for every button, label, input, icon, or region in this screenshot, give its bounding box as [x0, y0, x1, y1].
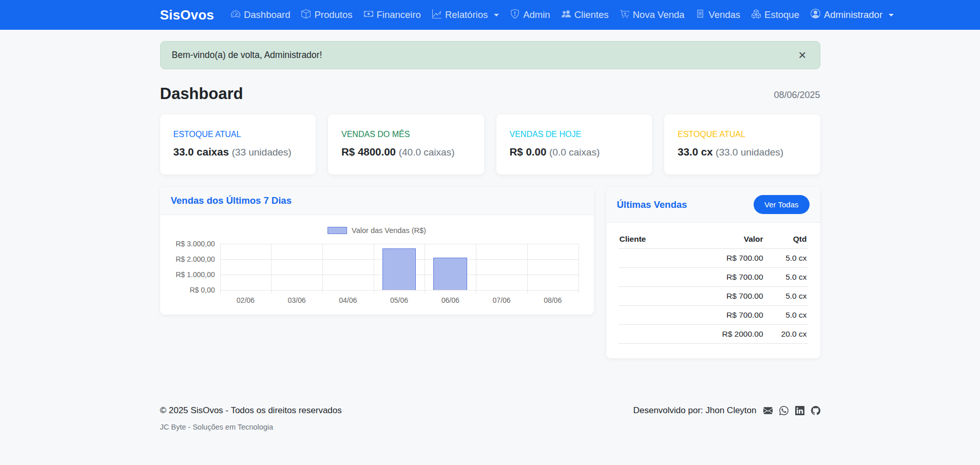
cell-cliente: [619, 268, 695, 287]
x-axis-tick-label: 07/06: [476, 296, 527, 304]
cart-icon: [620, 9, 629, 21]
table-row: R$ 700.00 5.0 cx: [619, 306, 808, 325]
cell-valor: R$ 2000.00: [694, 325, 764, 344]
card-value-main: 33.0 caixas: [174, 146, 229, 158]
y-axis-tick-label: R$ 0,00: [189, 286, 215, 294]
nav-links: Dashboard Produtos Financeiro Relatórios…: [225, 6, 805, 24]
table-row: R$ 700.00 5.0 cx: [619, 268, 808, 287]
cell-qtd: 5.0 cx: [764, 306, 808, 325]
card-vendas-hoje: VENDAS DE HOJE R$ 0.00 (0.0 caixas): [496, 114, 652, 175]
chart-gridline-v: [322, 244, 323, 294]
page-date: 08/06/2025: [774, 90, 820, 103]
nav-item-clientes[interactable]: Clientes: [556, 6, 614, 24]
recent-sales-header: Últimas Vendas Ver Todas: [606, 187, 820, 223]
nav-item-label: Nova Venda: [633, 9, 685, 21]
speedometer-icon: [231, 9, 240, 21]
welcome-alert-message: Bem-vindo(a) de volta, Administrador!: [172, 50, 322, 61]
recent-sales-body: Cliente Valor Qtd R$ 700.00 5.0 cx: [606, 223, 820, 358]
title-row: Dashboard 08/06/2025: [160, 85, 820, 103]
user-menu[interactable]: Administrador: [805, 6, 899, 24]
card-value-main: R$ 0.00: [510, 146, 547, 158]
card-vendas-mes: VENDAS DO MÊS R$ 4800.00 (40.0 caixas): [328, 114, 484, 175]
github-icon[interactable]: [811, 406, 820, 415]
card-value-detail: (33.0 unidades): [716, 147, 783, 158]
x-axis-tick-label: 08/06: [527, 296, 579, 304]
card-estoque-atual: ESTOQUE ATUAL 33.0 caixas (33 unidades): [160, 114, 316, 175]
cell-qtd: 5.0 cx: [764, 268, 808, 287]
nav-item-vendas[interactable]: Vendas: [690, 6, 746, 24]
cell-cliente: [619, 249, 695, 268]
card-estoque-cx: ESTOQUE ATUAL 33.0 cx (33.0 unidades): [664, 114, 820, 175]
close-icon[interactable]: ×: [796, 50, 808, 61]
cell-valor: R$ 700.00: [694, 306, 764, 325]
footer-copyright: © 2025 SisOvos - Todos os direitos reser…: [160, 405, 342, 416]
linkedin-icon[interactable]: [795, 406, 804, 415]
cell-valor: R$ 700.00: [694, 249, 764, 268]
x-axis-tick-label: 06/06: [425, 296, 476, 304]
sales-chart-panel: Vendas dos Últimos 7 Dias Valor das Vend…: [160, 187, 594, 315]
card-value-main: R$ 4800.00: [341, 146, 396, 158]
nav-item-label: Dashboard: [244, 9, 291, 21]
cell-valor: R$ 700.00: [694, 287, 764, 306]
chart-gridline-v: [374, 244, 374, 294]
card-value-detail: (0.0 caixas): [549, 147, 600, 158]
receipt-icon: [696, 9, 705, 21]
nav-item-label: Vendas: [708, 9, 740, 21]
nav-item-relatorios[interactable]: Relatórios: [427, 6, 505, 24]
chevron-down-icon: [494, 14, 499, 16]
nav-item-dashboard[interactable]: Dashboard: [225, 6, 296, 24]
chart-panel-header: Vendas dos Últimos 7 Dias: [160, 187, 594, 215]
chart-x-axis: 02/0603/0604/0605/0606/0607/0608/06: [220, 290, 579, 312]
ver-todas-button[interactable]: Ver Todas: [754, 195, 809, 214]
chart-gridline-v: [476, 244, 476, 294]
chart-gridline-v: [425, 244, 425, 294]
card-label: VENDAS DO MÊS: [341, 130, 471, 139]
sales-chart-plot: R$ 3.000,00R$ 2.000,00R$ 1.000,00R$ 0,00: [220, 244, 579, 290]
whatsapp-icon[interactable]: [779, 406, 789, 415]
chart-gridline-v: [579, 244, 579, 294]
card-label: ESTOQUE ATUAL: [174, 130, 303, 139]
table-header-row: Cliente Valor Qtd: [619, 230, 808, 249]
card-value: R$ 0.00 (0.0 caixas): [510, 146, 639, 158]
graph-icon: [432, 9, 441, 21]
footer-right: Desenvolvido por: Jhon Cleyton: [633, 405, 820, 416]
nav-item-financeiro[interactable]: Financeiro: [358, 6, 427, 24]
card-value-detail: (33 unidades): [232, 147, 292, 158]
cell-cliente: [619, 287, 695, 306]
nav-item-admin[interactable]: Admin: [505, 6, 555, 24]
chart-bar: [382, 248, 416, 290]
cash-icon: [364, 9, 373, 21]
recent-sales-table: Cliente Valor Qtd R$ 700.00 5.0 cx: [619, 230, 808, 344]
chart-bar: [433, 258, 467, 290]
chart-gridline-v: [220, 244, 221, 294]
cell-cliente: [619, 306, 695, 325]
card-label: VENDAS DE HOJE: [510, 130, 639, 139]
x-axis-tick-label: 03/06: [271, 296, 322, 304]
card-value-detail: (40.0 caixas): [399, 147, 455, 158]
cell-qtd: 20.0 cx: [764, 325, 808, 344]
email-icon[interactable]: [763, 406, 773, 415]
footer: © 2025 SisOvos - Todos os direitos reser…: [160, 405, 820, 453]
card-value: 33.0 caixas (33 unidades): [174, 146, 303, 158]
y-axis-tick-label: R$ 3.000,00: [176, 240, 215, 248]
chart-gridline-v: [271, 244, 272, 294]
x-axis-tick-label: 04/06: [322, 296, 374, 304]
person-circle-icon: [811, 9, 820, 21]
footer-left: © 2025 SisOvos - Todos os direitos reser…: [160, 405, 342, 431]
boxes-icon: [752, 9, 761, 21]
x-axis-tick-label: 02/06: [220, 296, 272, 304]
footer-developer: Desenvolvido por: Jhon Cleyton: [633, 405, 756, 416]
nav-item-nova-venda[interactable]: Nova Venda: [614, 6, 690, 24]
column-header-cliente: Cliente: [619, 230, 695, 249]
footer-company-link[interactable]: JC Byte - Soluções em Tecnologia: [160, 423, 342, 431]
chart-panel-title: Vendas dos Últimos 7 Dias: [171, 195, 292, 206]
nav-item-produtos[interactable]: Produtos: [296, 6, 358, 24]
y-axis-tick-label: R$ 1.000,00: [176, 270, 215, 279]
nav-item-label: Clientes: [574, 9, 609, 21]
nav-item-label: Financeiro: [377, 9, 421, 21]
nav-item-estoque[interactable]: Estoque: [746, 6, 805, 24]
card-label: ESTOQUE ATUAL: [678, 130, 807, 139]
brand-logo[interactable]: SisOvos: [160, 7, 214, 23]
chart-legend: Valor das Vendas (R$): [171, 226, 583, 235]
cell-valor: R$ 700.00: [694, 268, 764, 287]
